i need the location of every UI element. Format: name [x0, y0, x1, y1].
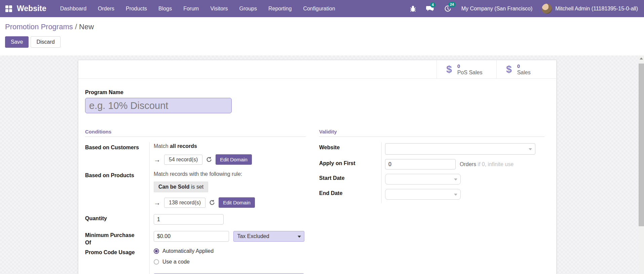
arrow-right-icon: →	[154, 156, 160, 163]
arrow-right-icon: →	[154, 199, 160, 206]
pos-sales-label: PoS Sales	[457, 69, 483, 76]
activities-badge: 24	[448, 2, 456, 7]
domain-rule-chip[interactable]: Can be Sold is set	[154, 182, 208, 192]
messages-badge: 4	[430, 2, 435, 7]
radio-automatically-applied[interactable]: Automatically Applied	[154, 248, 306, 254]
tax-mode-value: Tax Excluded	[237, 233, 269, 239]
nav-item-visitors[interactable]: Visitors	[204, 1, 233, 17]
breadcrumb-separator: /	[75, 23, 79, 31]
activities-icon[interactable]: 24	[444, 5, 451, 12]
nav-item-reporting[interactable]: Reporting	[263, 1, 297, 17]
website-label: Website	[319, 142, 381, 158]
breadcrumb-current: New	[79, 23, 94, 31]
based-on-customers-label: Based on Customers	[85, 142, 149, 170]
save-button[interactable]: Save	[5, 36, 29, 48]
chevron-down-icon	[454, 194, 457, 196]
debug-bug-icon[interactable]	[410, 5, 416, 12]
customers-record-count-button[interactable]: 54 record(s)	[164, 155, 202, 165]
minimum-purchase-input[interactable]	[154, 231, 229, 242]
domain-rule-operator: is set	[191, 184, 203, 190]
validity-group: Validity Website Apply on First	[319, 129, 544, 274]
customers-match-value: all records	[170, 143, 197, 149]
website-row: Website	[319, 142, 544, 158]
messages-icon[interactable]: 4	[426, 5, 434, 12]
start-date-select[interactable]	[385, 174, 461, 185]
user-menu[interactable]: Mitchell Admin (11181395-15-0-all)	[542, 4, 638, 14]
program-name-label: Program Name	[85, 89, 544, 95]
apply-on-first-row: Apply on First Orders if 0, infinite use	[319, 158, 544, 173]
conditions-title: Conditions	[85, 129, 306, 137]
conditions-group: Conditions Based on Customers Match all …	[85, 129, 306, 274]
program-name-input[interactable]	[85, 98, 232, 113]
apply-on-first-input[interactable]	[385, 159, 456, 169]
promo-code-usage-row: Promo Code Usage Automatically Applied U…	[85, 247, 306, 272]
discard-button[interactable]: Discard	[31, 36, 60, 48]
quantity-input[interactable]	[154, 214, 224, 225]
form-view: $ 0 PoS Sales $ 0 Sales Program Name	[0, 55, 644, 274]
company-switcher[interactable]: My Company (San Francisco)	[461, 6, 533, 12]
website-select[interactable]	[385, 143, 535, 155]
nav-item-groups[interactable]: Groups	[234, 1, 263, 17]
radio-use-a-code[interactable]: Use a code	[154, 259, 306, 265]
chevron-down-icon	[298, 236, 301, 238]
nav-item-orders[interactable]: Orders	[92, 1, 120, 17]
customers-match-prefix: Match	[154, 143, 168, 149]
refresh-icon[interactable]	[209, 200, 215, 205]
control-panel: Promotion Programs / New Save Discard	[0, 17, 644, 55]
start-date-label: Start Date	[319, 173, 381, 188]
stat-button-sales[interactable]: $ 0 Sales	[496, 60, 556, 78]
based-on-products-label: Based on Products	[85, 170, 149, 213]
pos-sales-count: 0	[457, 63, 483, 69]
program-name-block: Program Name	[85, 89, 544, 113]
breadcrumb: Promotion Programs / New	[5, 23, 644, 31]
based-on-products-row: Based on Products Match records with the…	[85, 170, 306, 213]
apps-menu-icon[interactable]	[5, 5, 12, 12]
breadcrumb-parent[interactable]: Promotion Programs	[5, 23, 73, 31]
products-edit-domain-button[interactable]: Edit Domain	[219, 197, 255, 208]
quantity-label: Quantity	[85, 213, 149, 230]
radio-automatically-applied-label: Automatically Applied	[162, 248, 214, 254]
top-nav: Website Dashboard Orders Products Blogs …	[0, 0, 644, 17]
nav-item-dashboard[interactable]: Dashboard	[54, 1, 92, 17]
nav-item-forum[interactable]: Forum	[178, 1, 204, 17]
form-sheet: $ 0 PoS Sales $ 0 Sales Program Name	[78, 60, 557, 274]
sales-label: Sales	[517, 69, 531, 76]
radio-selected-icon	[154, 248, 159, 254]
vertical-scrollbar[interactable]	[639, 55, 644, 274]
chevron-down-icon	[454, 179, 457, 181]
nav-item-configuration[interactable]: Configuration	[297, 1, 341, 17]
start-date-row: Start Date	[319, 173, 544, 188]
apply-on-first-label: Apply on First	[319, 158, 381, 173]
stat-button-box: $ 0 PoS Sales $ 0 Sales	[78, 60, 556, 79]
tax-mode-select[interactable]: Tax Excluded	[233, 231, 304, 242]
nav-item-blogs[interactable]: Blogs	[153, 1, 178, 17]
sales-count: 0	[517, 63, 531, 69]
products-rule-text: Match records with the following rule:	[154, 171, 242, 177]
stat-button-pos-sales[interactable]: $ 0 PoS Sales	[437, 60, 496, 78]
radio-use-a-code-label: Use a code	[162, 259, 190, 265]
refresh-icon[interactable]	[206, 157, 212, 162]
minimum-purchase-row: Minimum Purchase Of Tax Excluded	[85, 230, 306, 247]
dollar-icon: $	[506, 64, 512, 75]
app-brand[interactable]: Website	[17, 4, 46, 13]
dollar-icon: $	[446, 64, 452, 75]
company-label: Company	[85, 272, 149, 274]
end-date-row: End Date	[319, 188, 544, 203]
chevron-down-icon	[529, 148, 532, 150]
customers-edit-domain-button[interactable]: Edit Domain	[216, 154, 252, 165]
company-row: Company My Company (San Francisco)	[85, 272, 306, 274]
apply-on-first-suffix: Orders	[460, 161, 476, 167]
validity-title: Validity	[319, 129, 544, 137]
products-record-count-button[interactable]: 138 record(s)	[164, 198, 205, 208]
user-name: Mitchell Admin (11181395-15-0-all)	[555, 6, 638, 12]
apply-on-first-hint: if 0, infinite use	[478, 161, 514, 167]
scrollbar-up-icon[interactable]	[639, 55, 644, 61]
end-date-select[interactable]	[385, 189, 461, 200]
nav-item-products[interactable]: Products	[120, 1, 153, 17]
end-date-label: End Date	[319, 188, 381, 203]
minimum-purchase-label: Minimum Purchase Of	[85, 232, 136, 246]
quantity-row: Quantity	[85, 213, 306, 230]
scrollbar-thumb[interactable]	[639, 64, 644, 226]
promo-code-usage-label: Promo Code Usage	[85, 247, 149, 272]
domain-rule-field: Can be Sold	[158, 184, 189, 190]
